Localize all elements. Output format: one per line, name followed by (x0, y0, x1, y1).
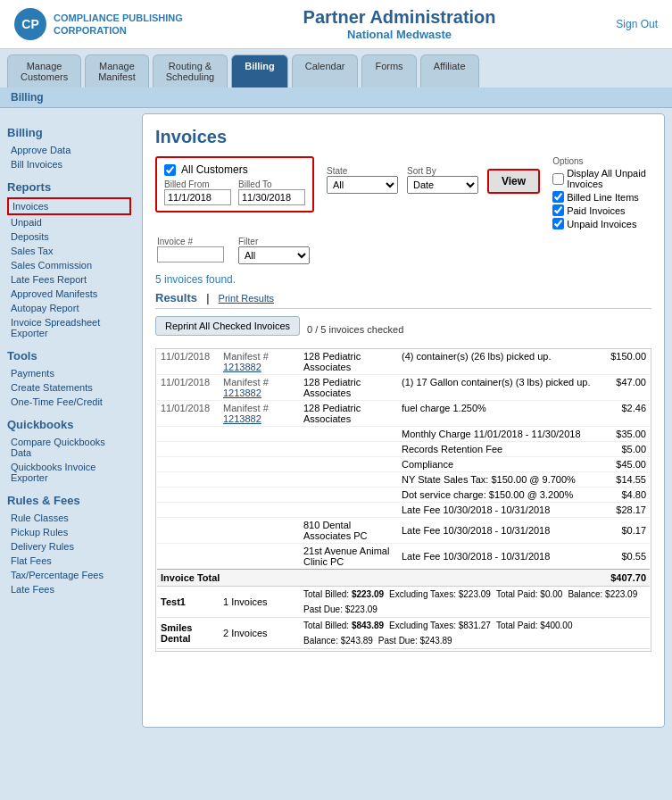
invoice-number-input[interactable] (157, 246, 224, 262)
page-title: Partner Administration (303, 7, 496, 28)
display-unpaid-checkbox[interactable] (552, 173, 564, 185)
billed-to-input[interactable] (238, 189, 305, 205)
sidebar-section-tools: Tools (7, 349, 131, 362)
option-display-unpaid[interactable]: Display All Unpaid Invoices (552, 168, 651, 189)
sidebar-item-sales-tax[interactable]: Sales Tax (7, 244, 131, 258)
summary-row: Smiles Dental 2 Invoices Total Billed: $… (157, 618, 650, 649)
option-paid-invoices-label: Paid Invoices (567, 205, 625, 216)
logo-text: COMPLIANCE PUBLISHING CORPORATION (54, 12, 183, 38)
table-row: 11/01/2018 Manifest # 1213882 128 Pediat… (157, 349, 650, 375)
all-customers-label: All Customers (181, 163, 248, 176)
invoices-checked-count: 0 / 5 invoices checked (307, 324, 403, 335)
invoice-number-label: Invoice # (157, 237, 224, 246)
sidebar-item-pickup-rules[interactable]: Pickup Rules (7, 525, 131, 539)
table-row: Late Fee 10/30/2018 - 10/31/2018 $28.17 (157, 503, 650, 518)
sidebar-item-late-fees-report[interactable]: Late Fees Report (7, 272, 131, 287)
content-title: Invoices (155, 127, 651, 147)
content-area: Invoices All Customers Billed From Bille… (142, 113, 665, 728)
table-row: 810 Dental Associates PC Late Fee 10/30/… (157, 518, 650, 544)
table-row: Monthly Charge 11/01/2018 - 11/30/2018 $… (157, 427, 650, 442)
sidebar-item-approved-manifests[interactable]: Approved Manifests (7, 287, 131, 301)
invoice-table-container[interactable]: 11/01/2018 Manifest # 1213882 128 Pediat… (155, 348, 651, 652)
tab-manage-manifest[interactable]: Manage Manifest (85, 54, 149, 88)
all-customers-checkbox[interactable] (164, 164, 176, 176)
view-button[interactable]: View (487, 169, 540, 194)
option-paid-invoices[interactable]: Paid Invoices (552, 204, 651, 216)
sidebar-item-compare-quickbooks[interactable]: Compare Quickbooks Data (7, 435, 131, 460)
table-row: Dot service charge: $150.00 @ 3.200% $4.… (157, 488, 650, 503)
sidebar-item-late-fees[interactable]: Late Fees (7, 582, 131, 596)
header: CP COMPLIANCE PUBLISHING CORPORATION Par… (0, 0, 672, 49)
logo: CP COMPLIANCE PUBLISHING CORPORATION (14, 8, 183, 40)
sidebar-item-payments[interactable]: Payments (7, 366, 131, 380)
unpaid-invoices-checkbox[interactable] (552, 218, 564, 229)
sidebar-item-one-time-fee[interactable]: One-Time Fee/Credit (7, 395, 131, 409)
sidebar-item-rule-classes[interactable]: Rule Classes (7, 511, 131, 525)
option-display-unpaid-label: Display All Unpaid Invoices (567, 168, 651, 189)
print-results-link[interactable]: Print Results (219, 293, 274, 304)
tab-affiliate[interactable]: Affiliate (420, 54, 479, 88)
sidebar-section-rules-fees: Rules & Fees (7, 494, 131, 507)
sidebar-item-autopay-report[interactable]: Autopay Report (7, 301, 131, 315)
sign-out-link[interactable]: Sign Out (616, 18, 658, 30)
subtitle: National Medwaste (303, 28, 496, 41)
billed-line-checkbox[interactable] (552, 191, 564, 203)
summary-row: Test1 1 Invoices Total Billed: $223.09 E… (157, 587, 650, 618)
state-label: State (327, 166, 398, 176)
paid-invoices-checkbox[interactable] (552, 204, 564, 216)
table-row: NY State Sales Tax: $150.00 @ 9.700% $14… (157, 472, 650, 488)
logo-icon: CP (14, 8, 46, 40)
table-row: Compliance $45.00 (157, 457, 650, 472)
filter-label: Filter (238, 237, 310, 246)
sidebar-item-flat-fees[interactable]: Flat Fees (7, 554, 131, 568)
sidebar-section-quickbooks: Quickbooks (7, 418, 131, 431)
table-row: 21st Avenue Animal Clinic PC Late Fee 10… (157, 544, 650, 570)
sort-by-label: Sort By (407, 166, 478, 176)
sort-by-select[interactable]: Date (407, 176, 478, 194)
table-row: 11/01/2018 Manifest # 1213882 128 Pediat… (157, 375, 650, 401)
breadcrumb: Billing (0, 88, 672, 108)
tab-calendar[interactable]: Calendar (292, 54, 359, 88)
sidebar-item-invoices[interactable]: Invoices (7, 197, 131, 215)
table-row: Records Retention Fee $5.00 (157, 442, 650, 457)
table-row: 11/01/2018 Manifest # 1213882 128 Pediat… (157, 401, 650, 427)
sidebar-item-invoice-spreadsheet[interactable]: Invoice Spreadsheet Exporter (7, 315, 131, 340)
billed-from-label: Billed From (164, 179, 231, 189)
billed-to-label: Billed To (238, 179, 305, 189)
filter-box: All Customers Billed From Billed To (155, 156, 314, 212)
results-label: Results (155, 291, 197, 304)
reprint-all-button[interactable]: Reprint All Checked Invoices (155, 316, 300, 336)
sidebar-item-tax-percentage-fees[interactable]: Tax/Percentage Fees (7, 568, 131, 582)
sidebar-item-deposits[interactable]: Deposits (7, 229, 131, 244)
sidebar-section-billing: Billing (7, 126, 131, 139)
nav-bar: Manage Customers Manage Manifest Routing… (0, 49, 672, 88)
sidebar: Billing Approve Data Bill Invoices Repor… (0, 108, 138, 733)
sidebar-item-quickbooks-invoice[interactable]: Quickbooks Invoice Exporter (7, 460, 131, 485)
sidebar-section-reports: Reports (7, 180, 131, 194)
tab-manage-customers[interactable]: Manage Customers (7, 54, 81, 88)
sidebar-item-create-statements[interactable]: Create Statements (7, 380, 131, 395)
sidebar-item-delivery-rules[interactable]: Delivery Rules (7, 539, 131, 554)
results-bar: Results | Print Results (155, 291, 651, 309)
invoice-table: 11/01/2018 Manifest # 1213882 128 Pediat… (156, 349, 651, 652)
summary-row: 6th Avenue Medical Group 2 Invoices Tota… (157, 649, 650, 653)
options-label: Options (552, 156, 651, 166)
found-text: 5 invoices found. (155, 273, 651, 286)
sidebar-item-unpaid[interactable]: Unpaid (7, 215, 131, 229)
billed-from-input[interactable] (164, 189, 231, 205)
tab-billing[interactable]: Billing (231, 54, 288, 88)
state-select[interactable]: All (327, 176, 398, 194)
main-layout: Billing Approve Data Bill Invoices Repor… (0, 108, 672, 733)
sidebar-item-bill-invoices[interactable]: Bill Invoices (7, 157, 131, 171)
option-unpaid-invoices[interactable]: Unpaid Invoices (552, 218, 651, 229)
option-billed-line-label: Billed Line Items (567, 192, 639, 203)
invoice-total-row: Invoice Total $407.70 (157, 570, 650, 587)
sidebar-item-approve-data[interactable]: Approve Data (7, 143, 131, 157)
tab-routing-scheduling[interactable]: Routing & Scheduling (153, 54, 228, 88)
header-title: Partner Administration National Medwaste (303, 7, 496, 41)
filter-select[interactable]: All (238, 246, 310, 264)
sidebar-item-sales-commission[interactable]: Sales Commission (7, 258, 131, 272)
option-unpaid-invoices-label: Unpaid Invoices (567, 219, 636, 229)
tab-forms[interactable]: Forms (361, 54, 416, 88)
option-billed-line[interactable]: Billed Line Items (552, 191, 651, 203)
